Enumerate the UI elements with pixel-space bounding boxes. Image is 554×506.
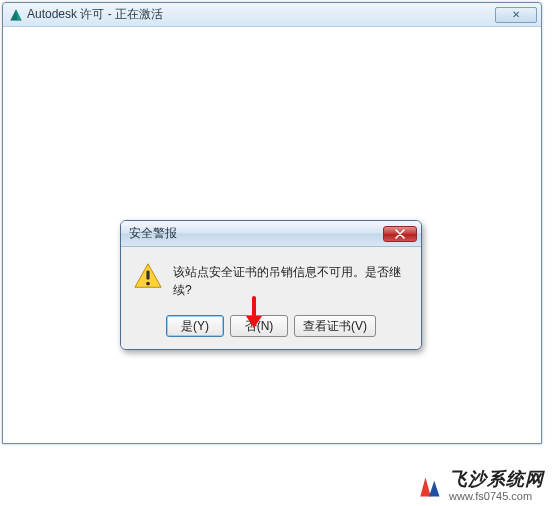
dialog-message-row: 该站点安全证书的吊销信息不可用。是否继续? [133,261,409,299]
outer-titlebar: Autodesk 许可 - 正在激活 ✕ [3,3,541,27]
warning-icon [133,261,163,291]
watermark: 飞沙系统网 www.fs0745.com [415,470,544,502]
watermark-logo-icon [415,472,443,500]
dialog-message: 该站点安全证书的吊销信息不可用。是否继续? [173,261,409,299]
view-certificate-button[interactable]: 查看证书(V) [294,315,376,337]
svg-rect-0 [146,270,149,279]
svg-point-1 [146,282,150,286]
yes-button[interactable]: 是(Y) [166,315,224,337]
outer-title-left: Autodesk 许可 - 正在激活 [9,6,163,23]
security-alert-dialog: 安全警报 该站点安全证书的吊销信息不可用。是否继续? 是(Y) 否(N) 查看证… [120,220,422,350]
watermark-main: 飞沙系统网 [449,470,544,490]
outer-close-button[interactable]: ✕ [495,7,537,23]
dialog-body: 该站点安全证书的吊销信息不可用。是否继续? 是(Y) 否(N) 查看证书(V) [121,247,421,349]
no-button[interactable]: 否(N) [230,315,288,337]
app-icon [9,8,23,22]
watermark-text: 飞沙系统网 www.fs0745.com [449,470,544,502]
dialog-buttons: 是(Y) 否(N) 查看证书(V) [133,315,409,337]
outer-window-title: Autodesk 许可 - 正在激活 [27,6,163,23]
close-icon [395,229,405,239]
dialog-close-button[interactable] [383,226,417,242]
dialog-title: 安全警报 [129,225,177,242]
dialog-titlebar: 安全警报 [121,221,421,247]
watermark-sub: www.fs0745.com [449,490,544,502]
close-icon: ✕ [512,9,520,20]
